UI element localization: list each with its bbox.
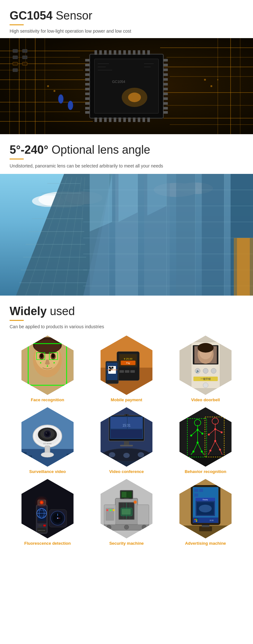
security-machine-item: Security machine	[98, 479, 155, 546]
svg-rect-184	[111, 367, 113, 369]
svg-point-97	[210, 85, 212, 87]
svg-point-92	[58, 94, 63, 103]
svg-point-214	[41, 452, 54, 457]
svg-point-211	[45, 432, 50, 436]
behavior-recognition-bg	[177, 407, 234, 467]
svg-point-250	[201, 433, 203, 435]
svg-point-202	[203, 383, 208, 388]
svg-text:一键开锁: 一键开锁	[200, 378, 211, 380]
sensor-title-bold: GC1054	[10, 9, 53, 22]
svg-rect-64	[85, 83, 90, 86]
svg-text:🔊: 🔊	[196, 369, 200, 373]
svg-rect-75	[163, 78, 168, 81]
svg-rect-65	[85, 88, 90, 90]
mobile-payment-label: Mobile payment	[111, 397, 142, 402]
svg-rect-69	[85, 107, 90, 110]
svg-point-85	[128, 93, 141, 102]
svg-point-98	[217, 79, 218, 80]
svg-rect-177	[125, 370, 129, 373]
svg-rect-54	[128, 118, 131, 122]
svg-rect-331	[196, 520, 197, 522]
svg-rect-74	[163, 73, 168, 76]
svg-rect-40	[118, 50, 121, 55]
svg-rect-334	[194, 493, 198, 497]
svg-rect-59	[85, 59, 90, 61]
lens-title-bold: 5°-240°	[10, 143, 48, 156]
svg-marker-141	[90, 174, 112, 232]
lens-section: 5°-240° Optional lens angle Undistorted,…	[0, 134, 253, 169]
advertising-machine-label: Advertising machine	[185, 541, 226, 546]
svg-rect-81	[163, 107, 168, 110]
svg-rect-30	[13, 69, 18, 72]
svg-rect-178	[130, 370, 135, 373]
widely-title-bold: Widely	[10, 305, 47, 318]
lens-title-rest: Optional lens angle	[48, 143, 150, 156]
svg-point-199	[211, 368, 216, 373]
building-image	[0, 174, 253, 296]
svg-point-252	[201, 451, 203, 452]
video-conference-hex: 15:31	[98, 407, 155, 467]
svg-rect-37	[104, 50, 107, 55]
svg-rect-309	[127, 492, 131, 497]
svg-rect-327	[194, 518, 198, 522]
fluorescence-detection-label: Fluorescence detection	[24, 541, 71, 546]
svg-rect-279	[43, 525, 46, 526]
svg-rect-333	[199, 489, 203, 492]
svg-rect-33	[22, 62, 27, 65]
svg-rect-176	[119, 370, 124, 373]
svg-point-96	[204, 79, 206, 81]
svg-rect-305	[122, 509, 131, 515]
advertising-machine-hex: Display 10:30	[177, 479, 234, 538]
accent-line-widely	[10, 320, 24, 321]
video-conference-item: 15:31 Video	[98, 407, 155, 474]
svg-rect-310	[124, 498, 129, 499]
advertising-machine-bg: Display 10:30	[177, 479, 234, 538]
svg-rect-217	[28, 455, 32, 462]
svg-rect-230	[120, 445, 133, 446]
svg-rect-70	[85, 111, 90, 114]
sensor-title: GC1054 Sensor	[10, 9, 243, 22]
svg-rect-46	[147, 50, 150, 55]
svg-text:15:31: 15:31	[122, 424, 130, 427]
svg-point-267	[219, 449, 221, 451]
svg-rect-45	[143, 50, 145, 55]
svg-rect-57	[143, 118, 145, 122]
svg-rect-42	[128, 50, 131, 55]
video-doorbell-label: Video doorbell	[191, 397, 220, 402]
svg-text:Display: Display	[202, 499, 208, 501]
security-machine-label: Security machine	[109, 541, 144, 546]
surveillance-video-hex: LG series	[19, 407, 76, 467]
svg-rect-73	[163, 69, 168, 71]
svg-rect-32	[22, 56, 27, 59]
svg-point-166	[53, 362, 55, 363]
svg-rect-278	[38, 525, 42, 526]
svg-rect-227	[111, 429, 142, 438]
svg-point-266	[209, 450, 211, 452]
svg-rect-77	[163, 88, 168, 90]
security-machine-bg	[98, 479, 155, 538]
svg-point-247	[197, 429, 199, 431]
widely-title: Widely used	[10, 305, 243, 318]
behavior-recognition-hex	[177, 407, 234, 467]
surveillance-video-item: LG series Surveillance video	[19, 407, 76, 474]
svg-point-232	[109, 452, 115, 457]
svg-text:GC1054: GC1054	[112, 80, 125, 84]
svg-point-94	[47, 85, 49, 87]
fluorescence-detection-bg: DETECTOR	[19, 479, 76, 538]
svg-point-236	[126, 414, 127, 416]
svg-point-297	[142, 525, 146, 529]
accent-line-sensor	[10, 24, 24, 25]
sensor-section: GC1054 Sensor High sensitivity for low-l…	[0, 0, 253, 34]
svg-rect-68	[85, 102, 90, 105]
svg-point-195	[198, 343, 214, 353]
svg-point-264	[208, 434, 210, 436]
svg-rect-47	[94, 118, 97, 122]
svg-point-311	[134, 501, 137, 504]
svg-rect-36	[99, 50, 102, 55]
svg-rect-52	[118, 118, 121, 122]
svg-rect-63	[85, 78, 90, 81]
svg-rect-55	[133, 118, 135, 122]
svg-text:Pay: Pay	[126, 362, 130, 364]
svg-rect-56	[138, 118, 140, 122]
svg-rect-124	[176, 174, 195, 296]
